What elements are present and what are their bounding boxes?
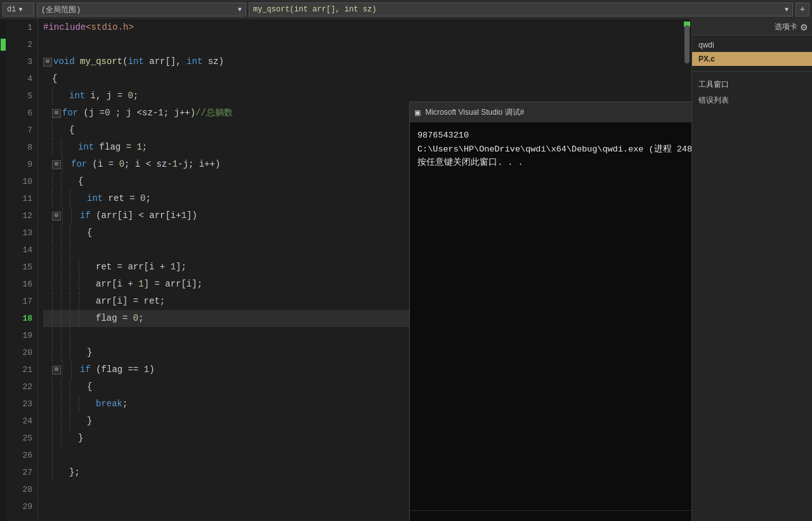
terminal-output-line-2: C:\Users\HP\OneDrive\qwdi\x64\Debug\qwdi… <box>417 143 691 157</box>
tabs-label: 选项卡 <box>775 22 797 32</box>
bottom-tabs: 工具窗口 错误列表 <box>692 74 812 111</box>
terminal-body: 9876543210 C:\Users\HP\OneDrive\qwdi\x64… <box>410 122 691 510</box>
collapse-6[interactable]: ⊟ <box>52 109 61 118</box>
error-list-tab[interactable]: 错误列表 <box>692 93 812 108</box>
collapse-3[interactable]: ⊟ <box>43 58 52 67</box>
terminal-title: Microsoft Visual Studio 调试# <box>425 107 691 118</box>
code-line-2 <box>43 36 683 53</box>
right-panel-header: 选项卡 ⚙ <box>692 19 812 35</box>
file-dropdown[interactable]: di ▼ <box>3 3 34 16</box>
code-line-3: ⊟ void my_qsort ( int arr[], int sz) <box>43 53 683 70</box>
terminal-footer: CSDN @晚安小马 <box>410 510 691 521</box>
editor-area: 1 2 3 4 5 6 7 8 9 10 11 12 13 14 15 16 1… <box>0 19 691 521</box>
collapse-12[interactable]: ⊟ <box>52 212 61 221</box>
scope-dropdown[interactable]: (全局范围) ▼ <box>37 3 246 16</box>
code-line-1: #include<stdio.h> <box>43 19 683 36</box>
tab-pxc[interactable]: PX.c <box>692 52 812 66</box>
scrollbar-thumb[interactable] <box>684 25 690 63</box>
gear-icon[interactable]: ⚙ <box>800 22 808 32</box>
tab-qwdi[interactable]: qwdi <box>692 38 812 52</box>
panel-divider <box>692 71 812 72</box>
left-marker-strip <box>0 19 6 521</box>
collapse-21[interactable]: ⊟ <box>52 366 61 375</box>
collapse-9[interactable]: ⊟ <box>52 160 61 169</box>
terminal-output-line-1: 9876543210 <box>417 129 691 143</box>
terminal-output-line-3: 按任意键关闭此窗口. . . <box>417 156 691 170</box>
code-line-4: { <box>43 70 683 87</box>
add-tab-button[interactable]: + <box>796 3 809 16</box>
line-numbers: 1 2 3 4 5 6 7 8 9 10 11 12 13 14 15 16 1… <box>6 19 38 521</box>
right-panel: 选项卡 ⚙ qwdi PX.c 工具窗口 错误列表 <box>691 19 812 521</box>
terminal-window[interactable]: ▣ Microsoft Visual Studio 调试# × + ∨ 9876… <box>409 101 691 521</box>
tab-list: qwdi PX.c <box>692 35 812 68</box>
tool-windows-tab[interactable]: 工具窗口 <box>692 77 812 93</box>
terminal-titlebar: ▣ Microsoft Visual Studio 调试# × + ∨ <box>410 102 691 122</box>
terminal-icon: ▣ <box>415 107 420 118</box>
function-dropdown[interactable]: my_qsort(int arr[], int sz) ▼ <box>249 3 793 16</box>
toolbar: di ▼ (全局范围) ▼ my_qsort(int arr[], int sz… <box>0 0 812 19</box>
main-area: 1 2 3 4 5 6 7 8 9 10 11 12 13 14 15 16 1… <box>0 19 812 521</box>
